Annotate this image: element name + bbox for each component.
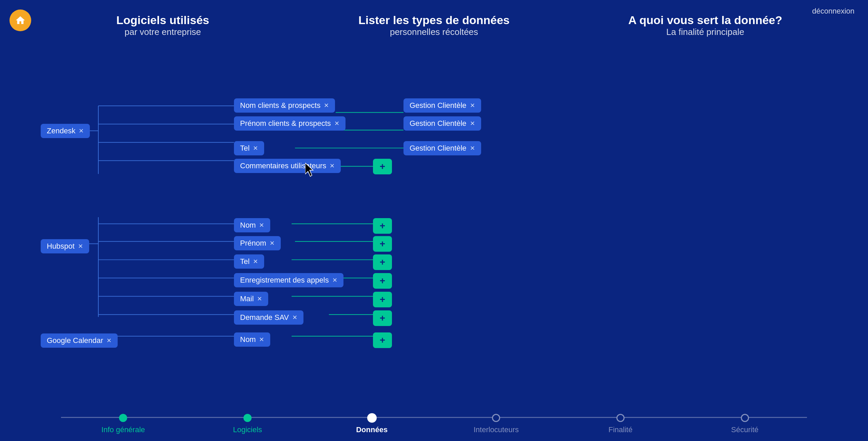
tag-mail[interactable]: Mail ✕ [234,292,268,306]
plus-nom-hubspot[interactable]: + [373,218,392,234]
tag-label: Prénom clients & prospects [240,119,331,128]
step-label-logiciels: Logiciels [233,425,262,434]
tag-gestion-clientele-2[interactable]: Gestion Clientèle ✕ [403,116,481,131]
column-headers: Logiciels utilisés par votre entreprise … [0,14,868,37]
tag-close[interactable]: ✕ [332,277,337,283]
col2-header: Lister les types de données personnelles… [298,14,570,37]
progress-bar: Info générale Logiciels Données Interloc… [0,394,868,441]
step-dot-donnees [367,413,377,423]
tag-nom-gcal[interactable]: Nom ✕ [234,332,270,347]
tag-close[interactable]: ✕ [470,145,475,151]
tag-close[interactable]: ✕ [259,337,264,343]
tag-tel-zendesk[interactable]: Tel ✕ [234,141,264,155]
tag-demande-sav[interactable]: Demande SAV ✕ [234,310,303,325]
step-dot-interlocuteurs [492,414,500,422]
tag-gestion-clientele-1[interactable]: Gestion Clientèle ✕ [403,98,481,113]
tag-label: Gestion Clientèle [410,144,467,153]
tag-hubspot-label: Hubspot [47,242,75,251]
tag-close[interactable]: ✕ [259,222,264,228]
tag-close[interactable]: ✕ [324,102,329,109]
tag-label: Tel [240,144,250,153]
tag-close[interactable]: ✕ [270,240,275,246]
col3-subtitle: La finalité principale [570,27,841,37]
step-dot-finalite [616,414,625,422]
plus-prenom-hubspot[interactable]: + [373,236,392,252]
tag-label: Gestion Clientèle [410,101,467,110]
tag-label: Enregistrement des appels [240,276,329,285]
plus-enregistrement[interactable]: + [373,273,392,289]
tag-close[interactable]: ✕ [257,296,262,302]
tag-label: Nom clients & prospects [240,101,320,110]
tag-close[interactable]: ✕ [253,145,258,151]
col3-title: A quoi vous sert la donnée? [570,14,841,27]
tag-close[interactable]: ✕ [334,120,339,127]
col3-header: A quoi vous sert la donnée? La finalité … [570,14,841,37]
step-label-finalite: Finalité [609,425,633,434]
tag-zendesk[interactable]: Zendesk ✕ [41,124,90,138]
step-label-interlocuteurs: Interlocuteurs [474,425,519,434]
step-dot-info [119,414,127,422]
tag-nom-hubspot[interactable]: Nom ✕ [234,218,270,232]
tag-label: Prénom [240,239,266,248]
tag-google-calendar-close[interactable]: ✕ [106,338,112,344]
step-label-donnees: Données [356,425,388,434]
progress-track: Info générale Logiciels Données Interloc… [61,417,807,418]
tag-google-calendar[interactable]: Google Calendar ✕ [41,333,118,348]
plus-nom-gcal[interactable]: + [373,332,392,348]
tag-close[interactable]: ✕ [292,314,297,321]
tag-hubspot[interactable]: Hubspot ✕ [41,239,89,253]
tag-enregistrement-appels[interactable]: Enregistrement des appels ✕ [234,273,343,287]
tag-hubspot-close[interactable]: ✕ [78,243,83,249]
plus-tel-hubspot[interactable]: + [373,254,392,270]
step-dot-logiciels [243,414,252,422]
tag-zendesk-close[interactable]: ✕ [79,128,84,134]
col2-subtitle: personnelles récoltées [298,27,570,37]
tag-commentaires[interactable]: Commentaires utilisateurs ✕ [234,159,341,173]
tag-google-calendar-label: Google Calendar [47,336,103,345]
col2-title: Lister les types de données [298,14,570,27]
tag-nom-clients-prospects[interactable]: Nom clients & prospects ✕ [234,98,335,113]
col1-subtitle: par votre entreprise [27,27,298,37]
col1-header: Logiciels utilisés par votre entreprise [27,14,298,37]
col1-title: Logiciels utilisés [27,14,298,27]
tag-close[interactable]: ✕ [470,120,475,127]
tag-gestion-clientele-3[interactable]: Gestion Clientèle ✕ [403,141,481,155]
tag-zendesk-label: Zendesk [47,127,75,135]
tag-tel-hubspot[interactable]: Tel ✕ [234,254,264,269]
tag-close[interactable]: ✕ [470,102,475,109]
tag-close[interactable]: ✕ [253,258,258,265]
home-icon [15,15,26,26]
plus-mail[interactable]: + [373,292,392,307]
tag-prenom-clients-prospects[interactable]: Prénom clients & prospects ✕ [234,116,346,131]
step-label-securite: Sécurité [731,425,758,434]
tag-label: Commentaires utilisateurs [240,161,326,170]
tag-label: Nom [240,221,256,230]
tag-label: Mail [240,294,254,303]
step-dot-securite [741,414,749,422]
tag-label: Demande SAV [240,313,289,322]
plus-commentaires[interactable]: + [373,159,392,174]
tag-label: Tel [240,257,250,266]
tag-close[interactable]: ✕ [330,163,335,169]
main-canvas: Zendesk ✕ Hubspot ✕ Google Calendar ✕ No… [0,54,868,387]
home-button[interactable] [9,9,31,31]
tag-label: Nom [240,335,256,344]
step-label-info: Info générale [101,425,145,434]
plus-demande-sav[interactable]: + [373,310,392,326]
tag-prenom-hubspot[interactable]: Prénom ✕ [234,236,281,250]
tag-label: Gestion Clientèle [410,119,467,128]
